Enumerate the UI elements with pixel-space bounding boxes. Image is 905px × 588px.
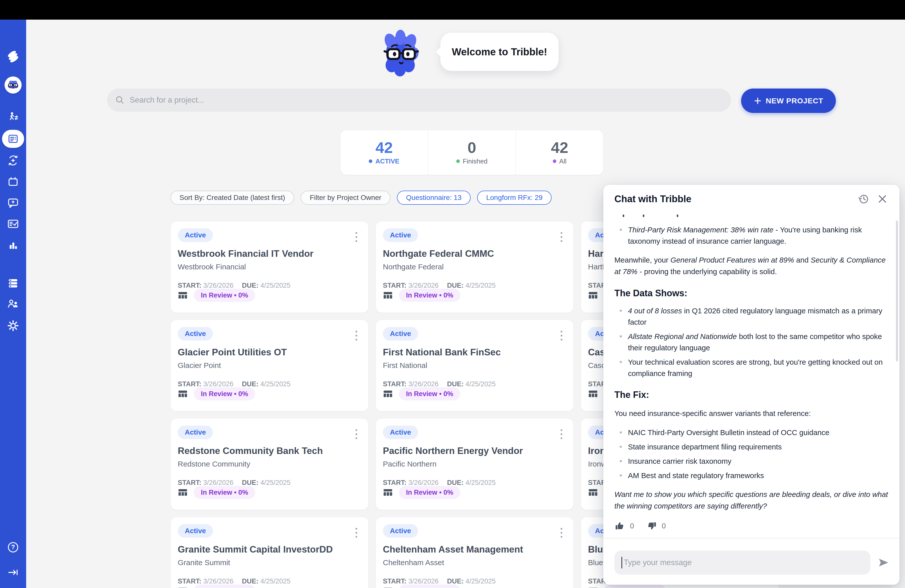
tribble-mascot-avatar[interactable]: [0, 76, 26, 94]
chat-bullet: NAIC Third-Party Oversight Bulletin inst…: [618, 427, 888, 438]
top-bar: [0, 0, 905, 20]
chat-history-icon[interactable]: [857, 192, 871, 206]
filter-chip[interactable]: Questionnaire: 13: [397, 191, 471, 205]
project-dates: START: 3/26/2026 DUE: 4/25/2025: [178, 380, 361, 388]
project-card[interactable]: Active Westbrook Financial IT Vendor Wes…: [170, 221, 368, 313]
chat-message: Third-Party Risk Management: 38% win rat…: [614, 224, 888, 512]
sidebar: ? TK: [0, 20, 26, 588]
chat-input-row: Type your message: [603, 538, 899, 585]
text-caret: [621, 557, 622, 568]
chat-message-area[interactable]: Third-Party Risk Management: 38% win rat…: [603, 213, 899, 538]
kebab-menu-icon[interactable]: [556, 427, 566, 441]
help-icon[interactable]: ?: [0, 541, 26, 553]
review-progress-badge: In Review • 0%: [194, 289, 255, 302]
review-progress-badge: In Review • 0%: [399, 585, 460, 588]
tribble-logo-icon[interactable]: [0, 50, 26, 63]
analytics-icon[interactable]: [0, 240, 26, 251]
kebab-menu-icon[interactable]: [351, 526, 361, 539]
chat-close-icon[interactable]: [875, 192, 889, 206]
send-message-icon[interactable]: [876, 556, 891, 570]
project-card[interactable]: Active Cheltenham Asset Management Chelt…: [376, 517, 574, 588]
project-dates: START: 3/26/2026 DUE: 4/25/2025: [383, 577, 566, 585]
project-title: Granite Summit Capital InvestorDD: [178, 544, 361, 555]
chat-message-input[interactable]: Type your message: [614, 550, 870, 575]
stat-label: ACTIVE: [375, 157, 399, 165]
stat-filter[interactable]: 0 Finished: [428, 130, 516, 175]
review-progress-badge: In Review • 0%: [399, 289, 460, 302]
stat-filter[interactable]: 42 ACTIVE: [340, 130, 428, 175]
ai-sync-icon[interactable]: [0, 154, 26, 167]
project-card[interactable]: Active Glacier Point Utilities OT Glacie…: [170, 319, 368, 412]
thumbs-up-count: 0: [630, 522, 634, 530]
filter-chips-row: Sort By: Created Date (latest first) Fil…: [170, 191, 673, 205]
stat-filter[interactable]: 42 All: [516, 130, 603, 175]
new-project-label: NEW PROJECT: [766, 97, 823, 105]
stat-dot-icon: [456, 159, 460, 163]
chat-bullet: Your technical evaluation scores are str…: [618, 356, 888, 379]
kebab-menu-icon[interactable]: [556, 230, 566, 243]
review-progress-badge: In Review • 0%: [399, 387, 460, 400]
stat-label: All: [559, 157, 567, 165]
clipped-message-line: [614, 215, 888, 218]
project-subtitle: Pacific Northern: [383, 460, 566, 468]
project-subtitle: First National: [383, 361, 566, 370]
chat-paragraph: Meanwhile, your General Product Features…: [614, 254, 888, 277]
plus-icon: [754, 97, 762, 105]
chat-paragraph: Want me to show you which specific quest…: [614, 489, 888, 512]
status-badge: Active: [178, 426, 213, 439]
project-card[interactable]: Active Pacific Northern Energy Vendor Pa…: [376, 418, 574, 510]
review-progress-badge: In Review • 0%: [194, 387, 255, 400]
project-dates: START: 3/26/2026 DUE: 4/25/2025: [383, 380, 566, 388]
table-icon: [383, 389, 393, 399]
table-icon: [178, 389, 188, 399]
stat-value: 42: [551, 140, 568, 156]
project-dates: START: 3/26/2026 DUE: 4/25/2025: [178, 282, 361, 289]
filter-chip[interactable]: Filter by Project Owner: [301, 191, 391, 205]
team-icon[interactable]: [0, 298, 26, 310]
project-dates: START: 3/26/2026 DUE: 4/25/2025: [178, 479, 361, 487]
review-progress-badge: In Review • 0%: [604, 585, 665, 588]
sign-out-icon[interactable]: [0, 566, 26, 578]
filter-chip[interactable]: Sort By: Created Date (latest first): [170, 191, 294, 205]
sidebar-item-projects-active[interactable]: [2, 130, 24, 148]
table-icon: [383, 290, 393, 300]
status-badge: Active: [383, 327, 418, 340]
kebab-menu-icon[interactable]: [556, 526, 566, 539]
project-card[interactable]: Active Redstone Community Bank Tech Reds…: [170, 418, 368, 510]
calendar-icon[interactable]: [0, 176, 26, 188]
project-subtitle: Northgate Federal: [383, 262, 566, 271]
chat-scrollbar[interactable]: [896, 221, 898, 361]
project-subtitle: Glacier Point: [178, 361, 361, 370]
status-badge: Active: [178, 327, 213, 340]
ai-chat-icon[interactable]: [0, 197, 26, 209]
project-card[interactable]: Active First National Bank FinSec First …: [376, 319, 574, 412]
mascot-mini-icon: [5, 76, 22, 94]
kebab-menu-icon[interactable]: [351, 427, 361, 441]
project-card[interactable]: Active Granite Summit Capital InvestorDD…: [170, 517, 368, 588]
search-placeholder: Search for a project...: [130, 95, 204, 105]
content-library-icon[interactable]: [0, 277, 26, 289]
svg-text:?: ?: [11, 544, 15, 550]
thumbs-down-icon[interactable]: [646, 520, 657, 531]
search-input[interactable]: Search for a project...: [107, 89, 731, 112]
chat-feedback-row: 0 0: [614, 520, 888, 531]
project-card[interactable]: Active Northgate Federal CMMC Northgate …: [376, 221, 574, 313]
review-checklist-icon[interactable]: [0, 218, 26, 230]
project-title: First National Bank FinSec: [383, 347, 566, 358]
filter-chip[interactable]: Longform RFx: 29: [477, 191, 551, 205]
kebab-menu-icon[interactable]: [556, 329, 566, 342]
chat-heading: The Data Shows:: [614, 288, 888, 299]
chat-bullet: 4 out of 8 losses in Q1 2026 cited regul…: [618, 305, 888, 328]
onboarding-walkthrough-icon[interactable]: [0, 111, 26, 124]
table-icon: [178, 290, 188, 300]
kebab-menu-icon[interactable]: [351, 230, 361, 243]
settings-gear-icon[interactable]: [0, 319, 26, 332]
new-project-button[interactable]: NEW PROJECT: [741, 89, 836, 113]
stat-value: 42: [376, 140, 393, 156]
project-subtitle: Granite Summit: [178, 558, 361, 567]
kebab-menu-icon[interactable]: [351, 329, 361, 342]
chat-header: Chat with Tribble: [603, 185, 899, 213]
chat-title: Chat with Tribble: [614, 194, 852, 205]
chat-bullet-list: NAIC Third-Party Oversight Bulletin inst…: [614, 427, 888, 481]
thumbs-up-icon[interactable]: [614, 520, 626, 531]
